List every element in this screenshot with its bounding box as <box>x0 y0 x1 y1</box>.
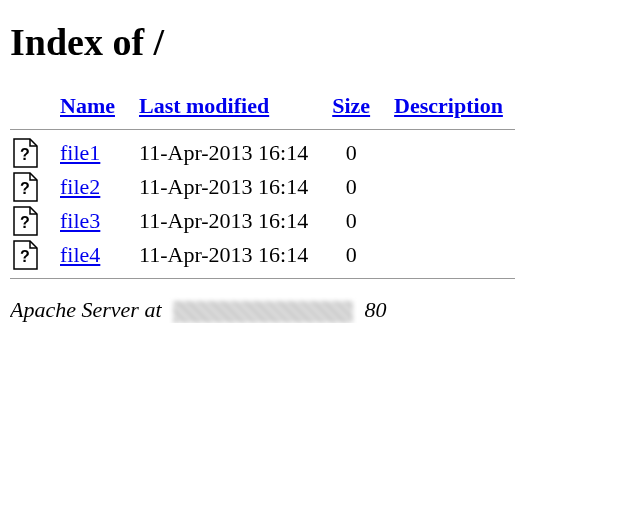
footer-prefix: Apache Server at <box>10 297 167 322</box>
file-modified-cell: 11-Apr-2013 16:14 <box>127 238 320 272</box>
file-link[interactable]: file1 <box>60 140 100 165</box>
table-row: ?file111-Apr-2013 16:140 <box>10 136 515 170</box>
redacted-hostname <box>173 301 353 323</box>
file-size-cell: 0 <box>320 170 382 204</box>
file-name-cell: file4 <box>48 238 127 272</box>
file-size-cell: 0 <box>320 136 382 170</box>
table-row: ?file411-Apr-2013 16:140 <box>10 238 515 272</box>
column-header-size: Size <box>320 89 382 123</box>
sort-size-link[interactable]: Size <box>332 93 370 118</box>
file-link[interactable]: file2 <box>60 174 100 199</box>
file-modified-cell: 11-Apr-2013 16:14 <box>127 170 320 204</box>
column-header-icon <box>10 89 48 123</box>
file-description-cell <box>382 170 515 204</box>
file-size-cell: 0 <box>320 204 382 238</box>
page-title: Index of / <box>10 20 634 64</box>
sort-modified-link[interactable]: Last modified <box>139 93 269 118</box>
file-name-cell: file1 <box>48 136 127 170</box>
column-header-modified: Last modified <box>127 89 320 123</box>
svg-text:?: ? <box>20 248 30 265</box>
file-modified-cell: 11-Apr-2013 16:14 <box>127 136 320 170</box>
file-modified-cell: 11-Apr-2013 16:14 <box>127 204 320 238</box>
file-link[interactable]: file4 <box>60 242 100 267</box>
file-name-cell: file3 <box>48 204 127 238</box>
divider <box>10 129 515 130</box>
file-link[interactable]: file3 <box>60 208 100 233</box>
unknown-file-icon: ? <box>10 204 48 238</box>
server-footer: Apache Server at 80 <box>10 297 634 323</box>
column-header-description: Description <box>382 89 515 123</box>
file-description-cell <box>382 204 515 238</box>
svg-text:?: ? <box>20 180 30 197</box>
column-header-name: Name <box>48 89 127 123</box>
svg-text:?: ? <box>20 214 30 231</box>
sort-description-link[interactable]: Description <box>394 93 503 118</box>
table-row: ?file311-Apr-2013 16:140 <box>10 204 515 238</box>
unknown-file-icon: ? <box>10 136 48 170</box>
footer-suffix: 80 <box>359 297 387 322</box>
svg-text:?: ? <box>20 146 30 163</box>
table-row: ?file211-Apr-2013 16:140 <box>10 170 515 204</box>
unknown-file-icon: ? <box>10 238 48 272</box>
file-description-cell <box>382 238 515 272</box>
file-name-cell: file2 <box>48 170 127 204</box>
unknown-file-icon: ? <box>10 170 48 204</box>
directory-listing-table: Name Last modified Size Description ?fil… <box>10 89 515 285</box>
divider <box>10 278 515 279</box>
sort-name-link[interactable]: Name <box>60 93 115 118</box>
file-size-cell: 0 <box>320 238 382 272</box>
file-description-cell <box>382 136 515 170</box>
